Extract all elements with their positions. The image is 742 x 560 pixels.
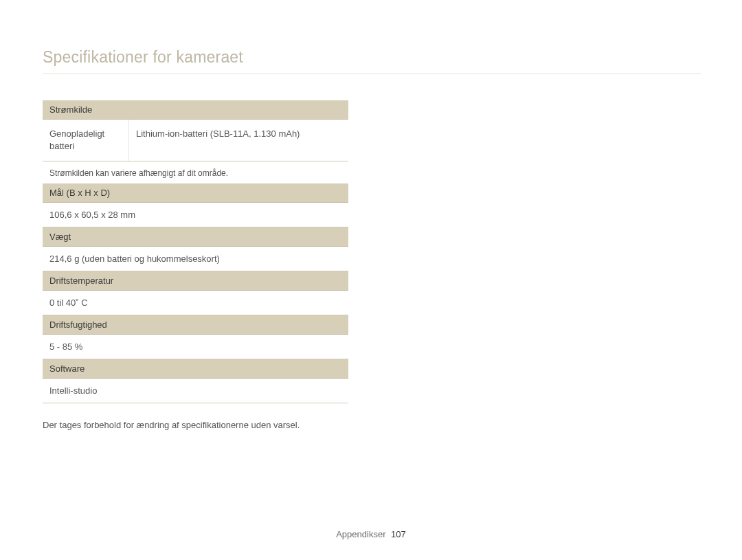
table-row: Genopladeligt batteri Lithium-ion-batter… <box>43 120 348 161</box>
section-header-power: Strømkilde <box>43 100 348 120</box>
disclaimer-text: Der tages forbehold for ændring af speci… <box>43 403 348 430</box>
section-header-software: Software <box>43 359 348 379</box>
section-header-ophum: Driftsfugtighed <box>43 315 348 335</box>
power-note: Strømkilden kan variere afhængigt af dit… <box>43 161 348 183</box>
cell-value: Intelli-studio <box>43 379 348 403</box>
cell-value: 214,6 g (uden batteri og hukommelseskort… <box>43 247 348 271</box>
cell-value: 0 til 40˚ C <box>43 291 348 315</box>
spec-table: Strømkilde Genopladeligt batteri Lithium… <box>43 100 348 430</box>
page-footer: Appendikser 107 <box>0 529 742 539</box>
footer-page-number: 107 <box>391 529 406 539</box>
cell-value: Lithium-ion-batteri (SLB-11A, 1.130 mAh) <box>129 120 348 161</box>
cell-value: 106,6 x 60,5 x 28 mm <box>43 203 348 227</box>
cell-value: 5 - 85 % <box>43 335 348 359</box>
section-header-dimensions: Mål (B x H x D) <box>43 183 348 203</box>
footer-section: Appendikser <box>336 529 385 539</box>
page-title: Specifikationer for kameraet <box>43 48 701 74</box>
section-header-weight: Vægt <box>43 227 348 247</box>
cell-label: Genopladeligt batteri <box>43 120 129 161</box>
section-header-optemp: Driftstemperatur <box>43 271 348 291</box>
